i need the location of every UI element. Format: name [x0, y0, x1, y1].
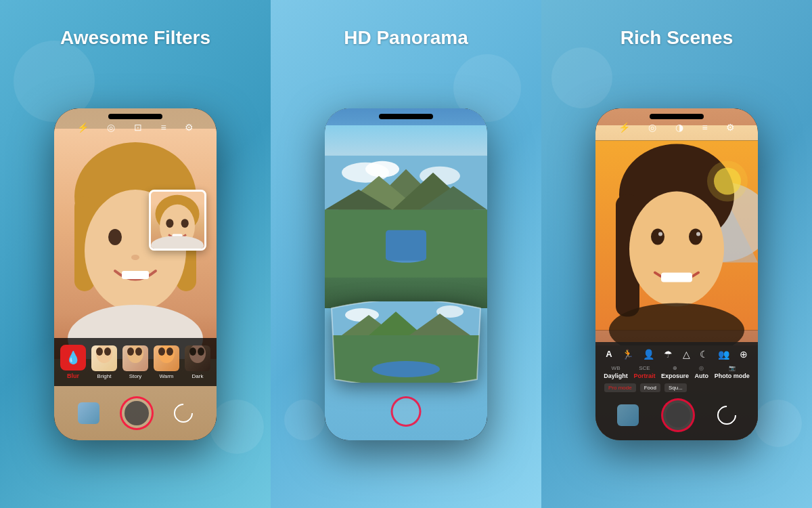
rotate-icon-scenes[interactable] — [714, 402, 741, 429]
scene-option-sce[interactable]: SCE Portrait — [633, 365, 655, 379]
timer-icon: ⊡ — [134, 122, 142, 133]
scene-option-wb[interactable]: WB Daylight — [604, 365, 628, 379]
scenes-face-svg — [595, 125, 758, 345]
scene-icon-more[interactable]: ⊕ — [740, 349, 748, 360]
camera-top-bar-scenes: ⚡ ◎ ◑ ≡ ⚙ — [595, 122, 758, 133]
svg-point-50 — [372, 361, 440, 377]
svg-point-23 — [166, 347, 173, 356]
bg-decoration — [551, 47, 612, 108]
filter-item-bright[interactable]: Bright — [91, 345, 118, 379]
panorama-curved-preview — [328, 301, 484, 383]
scene-icon-portrait[interactable]: 👤 — [643, 349, 654, 360]
section-title-panorama: HD Panorama — [344, 27, 468, 49]
svg-point-25 — [189, 347, 196, 356]
svg-point-17 — [104, 347, 111, 356]
filter-label-bright: Bright — [97, 373, 112, 379]
filter-label-story: Story — [129, 373, 142, 379]
wb-label: WB — [612, 365, 621, 371]
shutter-button-scenes[interactable] — [661, 398, 695, 432]
scene-option-photo-mode[interactable]: 📷 Photo mode — [715, 365, 750, 379]
phone-screen-filters: ⚡ ◎ ⊡ ≡ ⚙ — [54, 108, 217, 440]
filter-thumb-story — [122, 345, 148, 371]
camera-swap-icon: ◎ — [107, 122, 115, 133]
shutter-button[interactable] — [120, 396, 154, 430]
settings-icon: ⚙ — [185, 122, 194, 133]
blur-drop-icon: 💧 — [66, 351, 81, 364]
settings-icon-scenes: ⚙ — [726, 122, 735, 133]
scenes-camera-preview — [595, 125, 758, 345]
filter-item-story[interactable]: Story — [122, 345, 149, 379]
scenes-modes-row: Pro mode Food Squ... — [601, 383, 752, 392]
gallery-thumbnail[interactable] — [78, 402, 99, 424]
svg-point-11 — [166, 219, 173, 228]
camera-controls-filters — [54, 396, 217, 430]
scene-icon-umbrella[interactable]: ☂ — [664, 349, 673, 360]
headphone-icon: ◑ — [675, 122, 683, 133]
shutter-inner-scenes — [666, 403, 690, 427]
scene-option-auto[interactable]: ◎ Auto — [695, 365, 709, 379]
svg-point-7 — [131, 255, 139, 260]
phone-frame-scenes: ⚡ ◎ ◑ ≡ ⚙ — [595, 108, 758, 440]
camera-swap-icon-scenes: ◎ — [648, 122, 656, 133]
menu-icon-scenes: ≡ — [702, 122, 707, 133]
bg-decoration — [754, 400, 802, 447]
filter-thumb-bright — [91, 345, 117, 371]
svg-point-19 — [127, 347, 134, 356]
scenes-icons-row: A 🏃 👤 ☂ △ ☾ 👥 ⊕ — [601, 349, 752, 360]
filter-label-dark: Dark — [192, 373, 204, 379]
thumbnail-face — [151, 192, 204, 249]
svg-point-26 — [198, 347, 204, 356]
svg-point-33 — [365, 161, 399, 177]
dark-thumb-svg — [185, 345, 210, 371]
phone-frame-panorama — [325, 108, 487, 440]
svg-point-22 — [158, 347, 165, 356]
rotate-icon[interactable] — [170, 400, 197, 427]
shutter-inner — [125, 401, 149, 425]
story-thumb-svg — [122, 345, 148, 371]
flash-icon-scenes: ⚡ — [618, 122, 630, 133]
filters-section: Awesome Filters ⚡ ◎ ⊡ ≡ ⚙ — [0, 0, 271, 508]
curved-panorama-svg — [328, 301, 484, 383]
camera-controls-scenes — [595, 398, 758, 432]
svg-rect-6 — [122, 271, 149, 279]
scene-icon-night[interactable]: ☾ — [700, 349, 708, 360]
panorama-section: HD Panorama — [271, 0, 541, 508]
svg-point-62 — [696, 232, 700, 236]
gallery-thumbnail-scenes[interactable] — [617, 404, 639, 426]
scene-mode-food[interactable]: Food — [640, 383, 660, 392]
exp-label: ⊕ — [673, 365, 677, 371]
flash-icon: ⚡ — [77, 122, 89, 133]
filter-item-warm[interactable]: Warm — [153, 345, 180, 379]
filter-label-warm: Warm — [159, 373, 173, 379]
panorama-main-view — [325, 125, 487, 308]
svg-point-4 — [108, 229, 122, 245]
scene-icon-landscape[interactable]: △ — [683, 349, 690, 360]
shutter-button-panorama[interactable] — [391, 396, 422, 427]
menu-icon: ≡ — [160, 122, 166, 133]
exp-value: Exposure — [661, 373, 689, 379]
filter-thumb-dark — [185, 345, 210, 371]
filter-item-blur[interactable]: 💧 Blur — [60, 345, 87, 379]
svg-point-12 — [181, 219, 189, 228]
photo-label: 📷 — [729, 365, 736, 371]
svg-point-57 — [629, 192, 724, 307]
filter-thumb-warm — [154, 345, 179, 371]
scene-mode-squ[interactable]: Squ... — [664, 383, 687, 392]
wb-value: Daylight — [604, 373, 628, 379]
camera-preview-thumbnail — [149, 190, 206, 251]
camera-top-bar: ⚡ ◎ ⊡ ≡ ⚙ — [54, 122, 217, 133]
svg-point-14 — [151, 236, 204, 249]
bright-thumb-svg — [91, 345, 117, 371]
scene-icon-group[interactable]: 👥 — [718, 349, 729, 360]
scene-icon-a[interactable]: A — [606, 349, 612, 360]
svg-point-59 — [651, 229, 664, 245]
thumbnail-face-svg — [151, 192, 204, 249]
svg-point-60 — [689, 229, 702, 245]
scene-option-exposure[interactable]: ⊕ Exposure — [661, 365, 689, 379]
bg-decoration — [284, 400, 325, 440]
scene-icon-run[interactable]: 🏃 — [622, 349, 633, 360]
sce-value: Portrait — [633, 373, 655, 379]
filter-item-dark[interactable]: Dark — [184, 345, 211, 379]
svg-point-65 — [707, 161, 748, 202]
scene-mode-promode[interactable]: Pro mode — [604, 383, 636, 392]
